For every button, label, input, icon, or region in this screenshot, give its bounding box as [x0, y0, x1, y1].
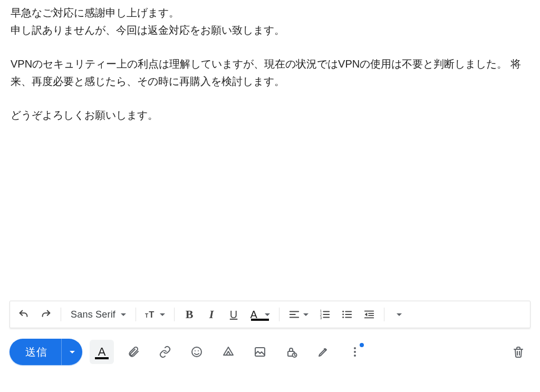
insert-link-button[interactable]	[153, 340, 177, 364]
trash-icon	[512, 346, 525, 358]
send-options-button[interactable]	[61, 339, 82, 365]
formatting-toolbar: Sans Serif T T B I U A 1 2 3	[9, 301, 531, 328]
svg-text:T: T	[149, 310, 154, 319]
italic-button[interactable]: I	[201, 304, 222, 325]
send-button[interactable]: 送信	[9, 339, 61, 365]
svg-point-12	[342, 314, 344, 315]
more-formatting-button[interactable]	[389, 304, 410, 325]
pen-icon	[317, 346, 330, 358]
insert-emoji-button[interactable]	[185, 340, 209, 364]
svg-point-23	[195, 350, 196, 351]
svg-point-28	[354, 347, 356, 349]
link-icon	[159, 346, 171, 358]
text-color-swatch	[251, 319, 269, 321]
body-line: 申し訳ありませんが、今回は返金対応をお願い致します。	[11, 22, 529, 39]
toolbar-separator	[61, 308, 61, 321]
svg-point-11	[342, 311, 344, 312]
svg-text:3: 3	[320, 316, 322, 320]
confidential-mode-button[interactable]	[279, 340, 304, 364]
font-size-picker[interactable]: T T	[140, 304, 170, 325]
send-row: 送信 A	[0, 328, 540, 375]
paperclip-icon	[127, 346, 140, 358]
more-vert-icon	[349, 346, 361, 358]
chevron-down-icon	[121, 313, 126, 316]
numbered-list-button[interactable]: 1 2 3	[314, 304, 335, 325]
lock-clock-icon	[285, 346, 298, 358]
drive-icon	[222, 346, 235, 358]
svg-point-22	[192, 347, 201, 357]
insert-photo-button[interactable]	[248, 340, 272, 364]
svg-point-30	[354, 355, 356, 357]
more-options-button[interactable]	[343, 340, 367, 364]
chevron-down-icon	[160, 313, 165, 316]
bold-button[interactable]: B	[179, 304, 200, 325]
attach-file-button[interactable]	[121, 340, 146, 364]
formatting-options-button[interactable]: A	[90, 340, 114, 364]
svg-text:T: T	[145, 313, 149, 319]
send-split-button: 送信	[9, 339, 82, 365]
image-icon	[254, 346, 266, 358]
toolbar-separator	[136, 308, 136, 321]
bulleted-list-button[interactable]	[336, 304, 358, 325]
blank-line	[11, 39, 529, 55]
chevron-down-icon	[303, 313, 308, 316]
svg-point-13	[342, 317, 344, 318]
svg-point-24	[198, 350, 199, 351]
toolbar-separator	[279, 308, 279, 321]
compose-body[interactable]: 早急なご対応に感謝申し上げます。 申し訳ありませんが、今回は返金対応をお願い致し…	[0, 0, 540, 301]
font-family-label: Sans Serif	[71, 309, 115, 320]
toolbar-separator	[174, 308, 175, 321]
chevron-down-icon	[265, 313, 270, 316]
insert-drive-button[interactable]	[216, 340, 240, 364]
body-line: 早急なご対応に感謝申し上げます。	[11, 4, 529, 22]
insert-signature-button[interactable]	[311, 340, 335, 364]
text-color-button[interactable]: A	[245, 304, 275, 325]
text-format-icon: A	[98, 346, 106, 358]
align-button[interactable]	[284, 304, 313, 325]
indent-less-button[interactable]	[359, 304, 380, 325]
svg-marker-21	[365, 312, 368, 316]
font-family-picker[interactable]: Sans Serif	[65, 304, 131, 325]
redo-button[interactable]	[35, 304, 56, 325]
emoji-icon	[190, 346, 203, 358]
notification-dot	[360, 343, 364, 347]
blank-line	[11, 90, 529, 107]
discard-draft-button[interactable]	[506, 340, 531, 364]
body-line: どうぞよろしくお願いします。	[11, 107, 529, 124]
chevron-down-icon	[397, 313, 402, 316]
underline-button[interactable]: U	[223, 304, 244, 325]
undo-button[interactable]	[13, 304, 34, 325]
send-label: 送信	[25, 345, 47, 359]
body-line: VPNのセキュリティー上の利点は理解していますが、現在の状況ではVPNの使用は不…	[11, 55, 529, 90]
text-color-icon: A	[250, 309, 257, 320]
toolbar-separator	[384, 308, 384, 321]
text-color-swatch	[95, 357, 109, 359]
chevron-down-icon	[70, 351, 75, 353]
svg-point-29	[354, 351, 356, 353]
